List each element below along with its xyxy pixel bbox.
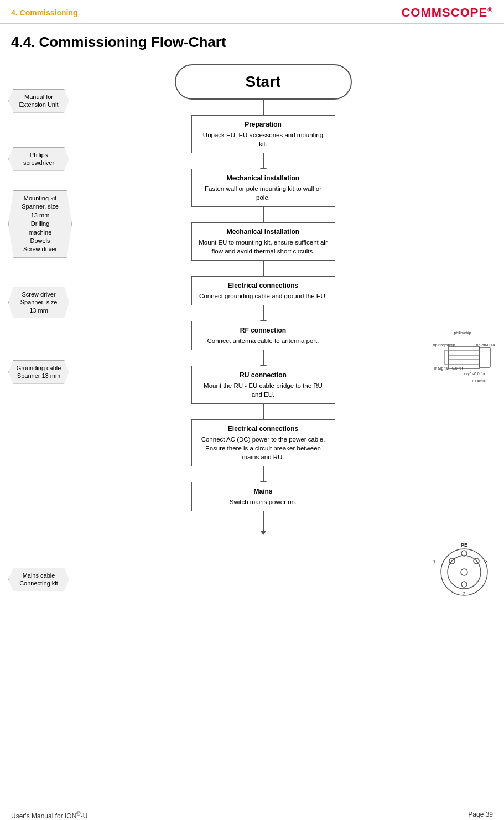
mains-body: Switch mains power on. [230,499,297,505]
mains-cable-label: Mains cableConnecting kit [19,572,58,587]
header-title: 4. Commissioning [11,8,78,17]
start-label: Start [246,73,281,90]
flow-step-rf: RF connection Connect antenna cable to a… [191,321,335,350]
mechanical2-box: Mechanical installation Mount EU to moun… [191,222,335,261]
electrical1-body: Connect grounding cable and ground the E… [199,293,327,299]
mains-title: Mains [199,487,328,496]
start-box: Start [175,64,352,100]
svg-point-16 [461,569,467,575]
mains-box: Mains Switch mains power on. [191,482,335,511]
sidebar-item-screw: Screw driverSpanner, size13 mm [8,287,69,318]
rf-title: RF connection [199,326,328,335]
mechanical2-body: Mount EU to mounting kit, ensure suffice… [199,239,327,255]
electrical1-title: Electrical connections [199,281,328,290]
sidebar-item-manual: Manual forExtension Unit [8,89,69,113]
svg-text:Tr Signal - 0.0 for: Tr Signal - 0.0 for [433,366,463,371]
rf-diagram-svg: philip/chip tip/ring/tip/tip tip-on-0.14… [432,330,496,385]
sidebar-item-mounting: Mounting kitSpanner, size13 mmDrillingma… [8,190,72,258]
mounting-hex: Mounting kitSpanner, size13 mmDrillingma… [8,190,72,258]
svg-text:3: 3 [485,559,487,564]
mechanical1-body: Fasten wall or pole mounting kit to wall… [205,185,321,201]
mechanical1-title: Mechanical installation [199,174,328,183]
arrow-8 [263,466,264,482]
flow-step-start: Start [175,64,352,100]
svg-text:PE: PE [461,542,467,548]
arrow-3 [263,207,264,222]
arrow-9 [263,511,264,531]
flow-step-mechanical1: Mechanical installation Fasten wall or p… [191,169,335,207]
grounding-hex: Grounding cableSpanner 13 mm [8,360,69,384]
electrical2-body: Connect AC (DC) power to the power cable… [201,436,325,460]
rf-body: Connect antenna cable to antenna port. [207,338,319,344]
svg-text:tip/ring/tip/tip: tip/ring/tip/tip [433,343,455,347]
sidebar: Manual forExtension Unit Philipsscrewdri… [6,59,94,723]
arrow-6 [263,350,264,366]
manual-hex: Manual forExtension Unit [8,89,69,113]
svg-point-20 [461,582,467,587]
svg-point-15 [448,556,481,589]
svg-text:E14c/10: E14c/10 [472,379,486,383]
arrow-7 [263,404,264,419]
grounding-label: Grounding cableSpanner 13 mm [17,365,61,379]
ru-box: RU connection Mount the RU - EU cable br… [191,366,335,404]
power-diagram: PE 1 2 3 [427,540,490,603]
flow-step-preparation: Preparation Unpack EU, EU accessories an… [191,115,335,153]
svg-text:only/p-0.0 for: only/p-0.0 for [463,372,486,376]
page-title: 4.4. Commissioning Flow-Chart [0,24,504,59]
screw-label: Screw driverSpanner, size13 mm [20,291,58,314]
mechanical2-title: Mechanical installation [199,227,328,237]
svg-text:1: 1 [433,559,435,564]
right-diagrams: philip/chip tip/ring/tip/tip tip-on-0.14… [432,59,498,723]
sidebar-item-mains-cable: Mains cableConnecting kit [8,568,69,591]
svg-rect-8 [444,351,449,364]
arrow-1 [263,100,264,115]
power-diagram-svg: PE 1 2 3 [427,540,490,601]
rf-box: RF connection Connect antenna cable to a… [191,321,335,350]
philips-label: Philipsscrewdriver [23,152,54,166]
ru-body: Mount the RU - EU cable bridge to the RU… [204,382,323,398]
arrow-5 [263,305,264,321]
mains-cable-hex: Mains cableConnecting kit [8,568,69,591]
electrical1-box: Electrical connections Connect grounding… [191,276,335,305]
flow-step-mains: Mains Switch mains power on. [191,482,335,511]
flow-step-electrical1: Electrical connections Connect grounding… [191,276,335,305]
main-content: Manual forExtension Unit Philipsscrewdri… [0,59,504,723]
philips-hex: Philipsscrewdriver [8,147,69,171]
preparation-box: Preparation Unpack EU, EU accessories an… [191,115,335,153]
arrow-2 [263,153,264,169]
flow-container: Start Preparation Unpack EU, EU accessor… [175,64,352,531]
preparation-title: Preparation [199,120,328,129]
svg-text:philip/chip: philip/chip [454,331,471,335]
arrow-4 [263,261,264,276]
svg-text:2: 2 [463,591,465,596]
page-header: 4. Commissioning COMMSCOPE® [0,0,504,24]
svg-rect-9 [479,347,490,367]
flow-step-mechanical2: Mechanical installation Mount EU to moun… [191,222,335,261]
preparation-body: Unpack EU, EU accessories and mounting k… [203,132,323,147]
svg-rect-3 [449,346,479,369]
footer-right: Page 39 [468,811,493,820]
screw-hex: Screw driverSpanner, size13 mm [8,287,69,318]
ru-title: RU connection [199,371,328,380]
flow-step-electrical2: Electrical connections Connect AC (DC) p… [191,419,335,466]
flow-step-ru: RU connection Mount the RU - EU cable br… [191,366,335,404]
manual-label: Manual forExtension Unit [19,94,59,108]
mounting-label: Mounting kitSpanner, size13 mmDrillingma… [22,195,59,252]
mechanical1-box: Mechanical installation Fasten wall or p… [191,169,335,207]
electrical2-box: Electrical connections Connect AC (DC) p… [191,419,335,466]
rf-diagram: philip/chip tip/ring/tip/tip tip-on-0.14… [432,330,496,387]
electrical2-title: Electrical connections [199,424,328,434]
page-footer: User's Manual for ION®-U Page 39 [0,806,504,820]
logo: COMMSCOPE® [401,6,493,20]
sidebar-item-grounding: Grounding cableSpanner 13 mm [8,360,69,384]
footer-left: User's Manual for ION®-U [11,811,87,820]
sidebar-item-philips: Philipsscrewdriver [8,147,69,171]
flowchart: Start Preparation Unpack EU, EU accessor… [94,59,432,723]
